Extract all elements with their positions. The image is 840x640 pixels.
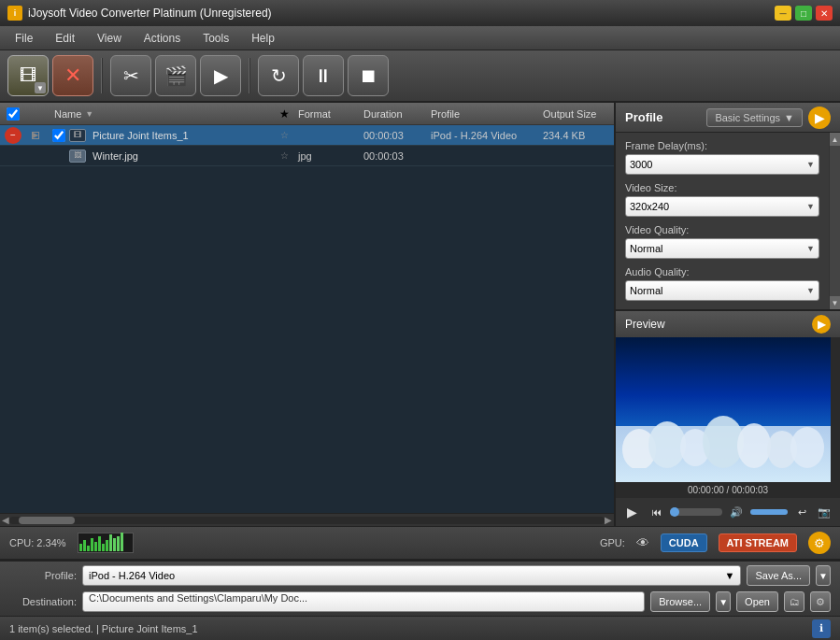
table-row[interactable]: 🖼 Winter.jpg ☆ jpg 00:00:03 xyxy=(0,146,614,166)
audio-quality-arrow: ▼ xyxy=(806,286,815,295)
video-size-arrow: ▼ xyxy=(806,202,815,211)
menu-edit[interactable]: Edit xyxy=(44,29,86,48)
export-button[interactable]: ▶ xyxy=(200,55,241,96)
settings-gear-button[interactable]: ⚙ xyxy=(808,532,831,554)
row-delete-btn-1[interactable]: − xyxy=(5,127,21,144)
header-check[interactable] xyxy=(0,107,26,121)
header-format[interactable]: Format xyxy=(294,108,360,120)
add-dropdown-arrow[interactable]: ▼ xyxy=(35,82,46,93)
video-quality-select[interactable]: Normal ▼ xyxy=(625,238,819,259)
right-panel-scrollbar[interactable]: ▲ ▼ xyxy=(829,133,840,309)
refresh-button[interactable]: ↻ xyxy=(258,55,299,96)
table-row[interactable]: − ▶ 🎞 Picture Joint Items_1 ☆ 00:00:03 i… xyxy=(0,125,614,146)
save-as-arrow-button[interactable]: ▼ xyxy=(816,565,831,586)
open-button[interactable]: Open xyxy=(736,591,778,612)
horizontal-scrollbar[interactable]: ◀ ▶ xyxy=(0,513,614,526)
row-name-1: Picture Joint Items_1 xyxy=(89,130,274,141)
preview-image xyxy=(616,337,831,482)
toolbar-separator-2 xyxy=(249,58,250,93)
basic-settings-button[interactable]: Basic Settings ▼ xyxy=(706,108,803,127)
svg-point-1 xyxy=(648,421,686,468)
file-list-container: Name ▼ ★ Format Duration Profile Output … xyxy=(0,103,616,526)
cpu-bar-2 xyxy=(83,540,86,551)
menu-help[interactable]: Help xyxy=(240,29,286,48)
row-img-icon-2: 🖼 xyxy=(69,149,86,163)
profile-dropdown[interactable]: iPod - H.264 Video ▼ xyxy=(82,565,741,586)
preview-header: Preview ▶ xyxy=(616,311,840,337)
pause-button[interactable]: ⏸ xyxy=(303,55,344,96)
settings-icon-button[interactable]: ⚙ xyxy=(810,591,831,612)
main-area: Name ▼ ★ Format Duration Profile Output … xyxy=(0,103,840,526)
profile-value: iPod - H.264 Video xyxy=(89,570,175,581)
row-output-1: 234.4 KB xyxy=(539,130,614,141)
header-name[interactable]: Name ▼ xyxy=(50,108,274,120)
destination-input[interactable]: C:\Documents and Settings\Clamparu\My Do… xyxy=(82,591,645,612)
frame-delay-select[interactable]: 3000 ▼ xyxy=(625,154,819,175)
folder-icon-button[interactable]: 🗂 xyxy=(784,591,804,612)
stop-button[interactable]: ⏹ xyxy=(348,55,389,96)
filmstrip-button[interactable]: 🎬 xyxy=(155,55,196,96)
scroll-down-btn[interactable]: ▼ xyxy=(830,296,841,309)
repeat-button[interactable]: ↩ xyxy=(791,502,812,522)
svg-point-6 xyxy=(790,427,824,468)
destination-label: Destination: xyxy=(9,596,77,607)
menu-view[interactable]: View xyxy=(86,29,133,48)
menu-bar: File Edit View Actions Tools Help xyxy=(0,26,840,50)
row-check-1[interactable]: − xyxy=(0,127,26,144)
row-star-2[interactable]: ☆ xyxy=(274,150,294,161)
ati-stream-button[interactable]: ATI STREAM xyxy=(719,533,797,552)
row-duration-1: 00:00:03 xyxy=(360,130,427,141)
delete-button[interactable]: ✕ xyxy=(52,55,93,96)
screenshot-button[interactable]: 📷 xyxy=(814,502,834,522)
cuda-button[interactable]: CUDA xyxy=(661,533,707,552)
status-bottom-bar: 1 item(s) selected. | Picture Joint Item… xyxy=(0,616,840,640)
cpu-bar-12 xyxy=(121,533,123,551)
menu-actions[interactable]: Actions xyxy=(133,29,192,48)
preview-next-button[interactable]: ▶ xyxy=(812,315,831,334)
cpu-bar-4 xyxy=(91,538,93,551)
menu-file[interactable]: File xyxy=(4,29,44,48)
video-quality-arrow: ▼ xyxy=(806,244,815,253)
header-output[interactable]: Output Size xyxy=(539,108,614,120)
video-size-value: 320x240 xyxy=(630,201,669,212)
profile-header: Profile Basic Settings ▼ ▶ xyxy=(616,103,840,133)
browse-button[interactable]: Browse... xyxy=(650,591,710,612)
profile-settings: Frame Delay(ms): 3000 ▼ Video Size: 320x… xyxy=(616,133,829,309)
close-button[interactable]: ✕ xyxy=(816,6,833,21)
dropdown-arrow-icon: ▼ xyxy=(784,112,794,123)
row-name-2: Winter.jpg xyxy=(89,150,274,162)
destination-row: Destination: C:\Documents and Settings\C… xyxy=(9,591,831,612)
video-size-select[interactable]: 320x240 ▼ xyxy=(625,196,819,217)
prev-frame-button[interactable]: ⏮ xyxy=(646,502,666,522)
info-icon-button[interactable]: ℹ xyxy=(812,619,831,638)
extra-controls: ↩ 📷 xyxy=(791,502,834,522)
select-all-checkbox[interactable] xyxy=(7,107,20,121)
header-profile[interactable]: Profile xyxy=(427,108,539,120)
scroll-track[interactable] xyxy=(9,517,605,524)
maximize-button[interactable]: □ xyxy=(795,6,812,21)
cut-button[interactable]: ✂ xyxy=(110,55,151,96)
save-as-button[interactable]: Save As... xyxy=(747,565,810,586)
scroll-up-btn[interactable]: ▲ xyxy=(830,133,841,146)
scroll-right[interactable]: ▶ xyxy=(605,515,612,525)
play-button[interactable]: ▶ xyxy=(621,502,642,522)
scroll-thumb[interactable] xyxy=(19,517,75,524)
row-star-1[interactable]: ☆ xyxy=(274,130,294,140)
scroll-left[interactable]: ◀ xyxy=(2,515,9,525)
row-checkbox-1[interactable] xyxy=(52,129,65,142)
add-button[interactable]: 🎞 ▼ xyxy=(7,55,49,96)
row-film-icon-1: 🎞 xyxy=(69,129,86,142)
browse-arrow-button[interactable]: ▼ xyxy=(716,591,731,612)
tree-silhouette xyxy=(616,412,831,468)
header-duration[interactable]: Duration xyxy=(360,108,427,120)
minimize-button[interactable]: ─ xyxy=(775,6,791,21)
menu-tools[interactable]: Tools xyxy=(192,29,240,48)
volume-bar[interactable] xyxy=(750,509,788,515)
audio-quality-select[interactable]: Normal ▼ xyxy=(625,280,819,301)
playback-progress[interactable] xyxy=(670,508,722,516)
header-star: ★ xyxy=(274,107,294,121)
progress-dot[interactable] xyxy=(670,507,679,517)
volume-icon[interactable]: 🔊 xyxy=(726,502,747,522)
next-button[interactable]: ▶ xyxy=(808,107,831,129)
row-expand-1[interactable]: ▶ xyxy=(32,132,39,139)
